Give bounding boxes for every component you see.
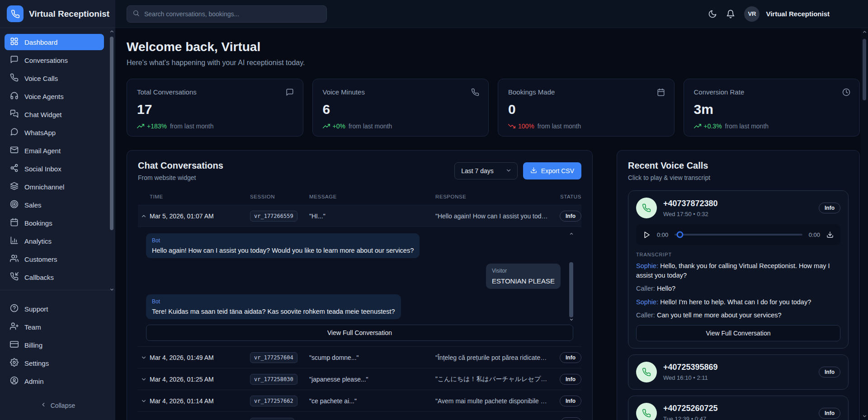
sidebar-item-social-inbox[interactable]: Social Inbox	[5, 160, 104, 177]
trending-up-icon	[694, 123, 701, 130]
speaker-label: Sophie:	[636, 298, 658, 306]
voice-call-card[interactable]: +40725395869 Wed 16:10 • 2:11 Info	[628, 354, 849, 390]
info-button[interactable]: Info	[819, 367, 840, 378]
table-row[interactable]: Mar 4, 2026, 01:49 AM vr_177257604 "scum…	[138, 346, 581, 368]
sidebar-item-voice-agents[interactable]: Voice Agents	[5, 88, 104, 104]
row-response: "Înțeleg că prețurile pot părea ridicate…	[435, 354, 552, 361]
sidebar-scrollbar[interactable]	[109, 29, 115, 292]
chevron-down-icon[interactable]	[138, 376, 150, 382]
mail-icon	[10, 146, 19, 156]
sidebar-scrollbar-thumb[interactable]	[110, 37, 113, 230]
sidebar-item-label: WhatsApp	[24, 129, 56, 137]
date-range-select[interactable]: Last 7 days	[454, 162, 518, 179]
page-scrollbar-thumb[interactable]	[863, 39, 866, 100]
download-recording-button[interactable]	[826, 231, 834, 238]
info-button[interactable]	[561, 417, 581, 420]
col-time: TIME	[150, 194, 250, 199]
phone-icon	[471, 88, 479, 96]
play-button[interactable]	[643, 231, 651, 239]
transcript-line: Sophie: Hello, thank you for calling Vir…	[636, 261, 840, 280]
calendar-icon	[657, 88, 665, 96]
table-row[interactable]: Mar 5, 2026, 01:07 AM vr_177266559 "HI..…	[138, 205, 581, 227]
scroll-down-icon[interactable]	[861, 414, 868, 419]
scroll-up-icon[interactable]	[568, 231, 574, 236]
session-badge: vr_177258030	[250, 374, 297, 385]
sidebar-item-bookings[interactable]: Bookings	[5, 215, 104, 231]
sidebar-item-settings[interactable]: Settings	[5, 355, 104, 371]
phone-icon	[636, 403, 657, 420]
sidebar-item-chat-widget[interactable]: Chat Widget	[5, 106, 104, 123]
call-number: +40737872380	[663, 199, 718, 208]
sidebar-item-email-agent[interactable]: Email Agent	[5, 142, 104, 159]
chat-conversations-panel: Chat Conversations From website widget L…	[127, 150, 593, 420]
sidebar-item-analytics[interactable]: Analytics	[5, 233, 104, 249]
voice-call-card[interactable]: +40737872380 Wed 17:50 • 0:32 Info 0:00	[628, 190, 849, 349]
voice-call-card[interactable]: +40725260725 Tue 12:39 • 0:47 Info	[628, 396, 849, 420]
conversation-scrollbar-thumb[interactable]	[569, 262, 573, 317]
info-button[interactable]: Info	[560, 374, 581, 385]
sidebar-item-whatsapp[interactable]: WhatsApp	[5, 124, 104, 141]
current-time: 0:00	[657, 231, 668, 238]
slider-thumb[interactable]	[676, 231, 683, 238]
info-button[interactable]: Info	[560, 396, 581, 406]
sidebar-item-sales[interactable]: Sales	[5, 197, 104, 213]
scroll-up-icon[interactable]	[861, 29, 868, 34]
search-input[interactable]	[144, 10, 321, 18]
table-row[interactable]: Mar 4, 2026, 01:25 AM vr_177258030 "japa…	[138, 368, 581, 390]
info-button[interactable]: Info	[819, 408, 840, 419]
sidebar-item-label: Email Agent	[24, 147, 61, 155]
call-meta: Tue 12:39 • 0:47	[663, 415, 718, 420]
total-time: 0:00	[809, 231, 820, 238]
call-number: +40725260725	[663, 404, 718, 413]
sidebar-item-conversations[interactable]: Conversations	[5, 52, 104, 68]
chevron-up-icon[interactable]	[138, 213, 150, 219]
call-meta: Wed 16:10 • 2:11	[663, 374, 718, 381]
stat-change: +0% from last month	[323, 123, 479, 130]
headphones-icon	[10, 91, 19, 101]
notifications-button[interactable]	[726, 9, 735, 19]
sidebar-item-voice-calls[interactable]: Voice Calls	[5, 70, 104, 86]
view-full-conversation-button[interactable]: View Full Conversation	[636, 325, 840, 341]
sidebar-item-callbacks[interactable]: Callbacks	[5, 269, 104, 285]
theme-toggle-button[interactable]	[708, 9, 717, 19]
row-message: "HI..."	[309, 212, 435, 220]
table-row[interactable]	[138, 411, 581, 420]
bot-message-bubble: Bot Hello again! How can I assist you to…	[146, 233, 420, 258]
avatar[interactable]: VR	[744, 6, 760, 22]
clock-icon	[842, 88, 850, 96]
sidebar-item-omnichannel[interactable]: Omnichannel	[5, 179, 104, 195]
page-scrollbar[interactable]	[861, 28, 868, 420]
sidebar-item-support[interactable]: Support	[5, 301, 104, 317]
table-row[interactable]: Mar 4, 2026, 01:14 AM vr_177257662 "ce p…	[138, 390, 581, 411]
info-button[interactable]: Info	[560, 211, 581, 222]
seek-slider[interactable]	[675, 231, 802, 238]
stat-change: +0.3% from last month	[694, 123, 850, 130]
sidebar-item-dashboard[interactable]: Dashboard	[5, 34, 104, 50]
sidebar-item-label: Sales	[24, 201, 42, 209]
phone-incoming-icon	[10, 272, 19, 282]
sidebar-item-team[interactable]: Team	[5, 319, 104, 335]
session-badge: vr_177266559	[250, 211, 297, 222]
export-csv-button[interactable]: Export CSV	[523, 162, 581, 179]
sidebar-item-billing[interactable]: Billing	[5, 337, 104, 353]
conversation-scrollbar[interactable]	[568, 233, 574, 319]
stat-value: 3m	[694, 102, 850, 117]
scroll-down-icon[interactable]	[568, 317, 574, 322]
search-box[interactable]	[127, 5, 327, 23]
page-subtitle: Here's what's happening with your AI rec…	[127, 59, 860, 67]
info-button[interactable]: Info	[560, 352, 581, 363]
sidebar-divider	[0, 290, 115, 290]
recent-voice-calls-panel: Recent Voice Calls Click to play & view …	[617, 150, 860, 420]
collapse-sidebar-button[interactable]: Collapse	[0, 396, 115, 420]
calendar-icon	[10, 218, 19, 228]
chat-panel-controls: Last 7 days Export CSV	[454, 162, 581, 179]
scroll-up-icon[interactable]	[109, 29, 115, 34]
chevron-down-icon[interactable]	[138, 398, 150, 404]
sidebar-item-customers[interactable]: Customers	[5, 251, 104, 267]
scroll-down-icon[interactable]	[109, 287, 115, 292]
call-meta: Wed 17:50 • 0:32	[663, 211, 718, 217]
chevron-down-icon[interactable]	[138, 354, 150, 361]
view-full-conversation-button[interactable]: View Full Conversation	[146, 325, 573, 341]
info-button[interactable]: Info	[819, 203, 840, 213]
sidebar-item-admin[interactable]: Admin	[5, 373, 104, 389]
